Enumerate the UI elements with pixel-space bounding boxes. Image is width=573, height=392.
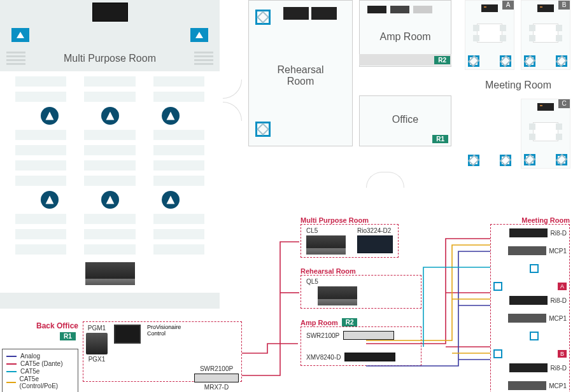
device-icon <box>283 7 309 20</box>
ceiling-speaker-icon <box>162 191 180 209</box>
chair <box>500 35 506 41</box>
legend-swatch <box>6 356 17 357</box>
room-header: Multi Purpose Room <box>0 46 220 71</box>
cell-speakers <box>465 155 514 166</box>
seat <box>84 244 135 255</box>
chair <box>556 123 562 130</box>
foh-console <box>85 262 135 285</box>
wall-speaker-icon <box>500 55 511 67</box>
legend-item: Analog <box>6 353 74 360</box>
room-meeting: A B Meeting Room C <box>465 0 572 172</box>
device-label: Ri8-D <box>550 230 567 237</box>
seat <box>15 229 66 239</box>
device-label: QL5 <box>306 278 318 285</box>
device-label: Ri8-D <box>550 297 567 304</box>
device-mrx7d: MRX7-D <box>194 384 239 392</box>
wall-speaker-icon <box>468 155 479 166</box>
list-item: MCP1 <box>493 312 567 324</box>
wall-speaker-icon <box>556 154 567 165</box>
room-label-office: Office <box>360 114 451 125</box>
legend-label: Analog <box>20 353 40 360</box>
room-label-mpr: Multi Purpose Room <box>64 53 156 64</box>
legend-swatch <box>6 382 16 383</box>
cell-speakers <box>521 154 570 165</box>
list-item: B <box>493 348 567 360</box>
device-cl5: CL5 <box>306 227 346 255</box>
list-item: MCP1 <box>493 245 567 256</box>
ri8d-icon <box>537 103 554 111</box>
meeting-cell: A <box>465 0 514 70</box>
chair <box>529 123 535 130</box>
ceiling-speaker-icon <box>41 107 59 125</box>
room-office: Office R1 <box>359 95 451 146</box>
mcp1-icon <box>508 246 546 255</box>
wall-speaker-icon <box>500 155 511 166</box>
device-label: XMV8240-D <box>306 354 341 361</box>
chair <box>529 134 535 140</box>
ceiling-speaker-icon <box>162 107 180 125</box>
seat <box>153 214 204 224</box>
rehearsal-devices <box>283 7 337 20</box>
svg-marker-4 <box>106 196 114 204</box>
sd-meeting: Meeting Room Ri8-D MCP1 A Ri8-D MCP1 B R… <box>490 216 570 392</box>
wall-speaker-icon <box>524 55 535 67</box>
mcp1-icon <box>508 381 546 390</box>
device-ql5: QL5 <box>306 278 416 305</box>
sd-amp: Amp Room R2 SWR2100P XMV8240-D <box>301 318 421 366</box>
seat <box>15 145 66 155</box>
list-item: Ri8-D <box>493 362 567 374</box>
ceiling-speaker-icon <box>41 191 59 209</box>
legend-item: CAT5e <box>6 368 74 375</box>
seat <box>153 130 204 140</box>
legend-label: CAT5e <box>20 368 39 375</box>
legend-item: CAT5e (Control/PoE) <box>6 375 74 389</box>
chair <box>556 25 562 31</box>
device-swr2100p: SWR2100P <box>194 365 239 382</box>
ri8d-icon <box>509 363 548 372</box>
list-item: Ri8-D <box>493 295 567 306</box>
device-label: MCP1 <box>549 315 567 322</box>
chair <box>529 25 535 31</box>
switch-icon <box>194 374 239 382</box>
amp-badge-bar: R2 <box>359 54 451 66</box>
sd-title: Rehearsal Room <box>301 267 421 275</box>
wall-speaker-icon <box>556 55 567 67</box>
stage-speaker-left <box>11 28 29 42</box>
wall-speaker-icon <box>493 282 502 291</box>
device-label: CL5 <box>306 227 318 234</box>
group-tag: B <box>558 350 567 358</box>
device-swr2100p: SWR2100P <box>306 331 416 340</box>
sd-meeting-group: Ri8-D MCP1 B <box>493 295 567 360</box>
badge-r2-sd: R2 <box>342 318 358 326</box>
foh-area <box>0 255 220 293</box>
wall-speaker-icon <box>524 154 535 165</box>
wall-speaker-icon <box>493 349 502 358</box>
desk <box>533 24 558 43</box>
device-label: MRX7-D <box>204 384 229 391</box>
room-rehearsal: Rehearsal Room <box>248 0 353 146</box>
device-label: PGX1 <box>88 356 106 363</box>
seat <box>84 160 135 171</box>
device-provisionaire <box>114 325 141 344</box>
badge-r1: R1 <box>432 135 448 143</box>
seat <box>153 92 204 102</box>
seat <box>153 229 204 239</box>
ceiling-speaker-icon <box>101 107 119 125</box>
amp-devices <box>367 6 432 13</box>
console-icon <box>318 286 357 305</box>
rio-icon <box>357 235 393 253</box>
device-label: ProVisionaire Control <box>147 325 185 337</box>
ceiling-speaker-icon <box>101 191 119 209</box>
device-xmv8240d: XMV8240-D <box>306 353 416 361</box>
device-icon <box>390 6 409 13</box>
svg-marker-3 <box>45 196 53 204</box>
list-item <box>493 330 567 342</box>
door-icon <box>223 80 242 99</box>
seat <box>15 130 66 140</box>
seat <box>153 160 204 171</box>
cell-speakers <box>465 55 514 67</box>
seat <box>84 229 135 239</box>
wall-speaker-icon <box>468 55 479 67</box>
ceiling-speakers-row <box>0 186 220 214</box>
mcp1-icon <box>508 314 546 323</box>
